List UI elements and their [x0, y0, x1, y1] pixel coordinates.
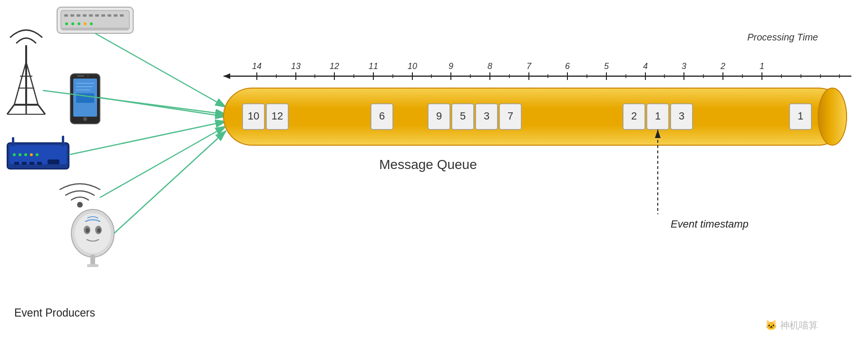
svg-point-54: [84, 226, 90, 234]
timeline-label-2: 2: [720, 61, 725, 71]
svg-rect-38: [10, 145, 67, 164]
msg-5: 5: [460, 110, 466, 122]
svg-rect-58: [90, 255, 95, 265]
svg-rect-35: [77, 75, 84, 77]
svg-rect-2: [64, 14, 68, 17]
svg-rect-37: [7, 143, 69, 169]
svg-rect-103: [243, 104, 264, 129]
svg-point-16: [90, 22, 93, 25]
svg-rect-11: [120, 14, 124, 17]
msg-9: 9: [436, 110, 442, 122]
msg-1a: 1: [655, 110, 661, 122]
wifi-signal-icon: [60, 184, 100, 208]
svg-rect-110: [623, 104, 645, 129]
timeline-label-10: 10: [408, 61, 417, 71]
svg-rect-17: [62, 28, 128, 30]
svg-rect-39: [12, 137, 14, 147]
svg-point-51: [77, 202, 83, 208]
svg-rect-46: [14, 162, 19, 165]
svg-rect-101: [224, 88, 847, 145]
svg-rect-109: [499, 104, 521, 129]
svg-line-61: [43, 90, 226, 114]
timeline-label-9: 9: [449, 61, 453, 71]
svg-rect-6: [89, 14, 93, 17]
svg-rect-3: [70, 14, 74, 17]
svg-point-57: [97, 228, 101, 233]
svg-point-14: [78, 22, 80, 25]
svg-rect-9: [107, 14, 111, 17]
svg-rect-28: [70, 74, 100, 124]
svg-rect-48: [29, 162, 34, 165]
smart-plug-icon: [71, 209, 114, 267]
svg-line-21: [26, 62, 38, 105]
msg-10: 10: [248, 110, 259, 122]
svg-line-20: [14, 62, 26, 105]
wifi-router-icon: [7, 136, 69, 169]
svg-marker-115: [655, 129, 661, 138]
timeline-label-5: 5: [604, 61, 609, 71]
svg-rect-113: [790, 104, 811, 129]
timeline-label-13: 13: [291, 61, 301, 71]
svg-rect-108: [476, 104, 497, 129]
msg-2: 2: [631, 110, 637, 122]
timeline-label-1: 1: [760, 61, 764, 71]
svg-point-44: [30, 153, 33, 156]
svg-line-60: [95, 33, 226, 107]
svg-point-56: [86, 228, 89, 233]
svg-point-13: [71, 22, 74, 25]
svg-line-63: [69, 121, 226, 155]
svg-line-25: [38, 105, 45, 114]
watermark: 🐱 神机喵算: [765, 319, 818, 331]
svg-rect-4: [77, 14, 80, 17]
svg-line-24: [7, 105, 14, 114]
svg-rect-7: [95, 14, 99, 17]
svg-rect-10: [114, 14, 117, 17]
timeline-label-3: 3: [682, 61, 686, 71]
processing-time-label: Processing Time: [747, 32, 818, 42]
svg-rect-8: [101, 14, 105, 17]
svg-line-62: [100, 98, 226, 117]
svg-point-15: [84, 22, 87, 25]
timeline-label-8: 8: [488, 61, 492, 71]
svg-line-65: [114, 131, 226, 233]
svg-point-52: [71, 209, 114, 257]
svg-point-43: [24, 153, 27, 156]
svg-rect-33: [76, 93, 94, 103]
msg-6: 6: [379, 110, 385, 122]
svg-point-34: [83, 117, 87, 121]
svg-rect-1: [61, 10, 129, 30]
svg-point-53: [75, 213, 111, 253]
timeline-label-6: 6: [565, 61, 570, 71]
svg-point-41: [13, 153, 16, 156]
svg-point-45: [36, 153, 39, 156]
message-queue-label: Message Queue: [379, 157, 477, 172]
event-timestamp-label: Event timestamp: [671, 218, 749, 230]
msg-3a: 3: [484, 110, 489, 122]
smartphone-icon: [70, 74, 100, 124]
svg-point-42: [19, 153, 21, 156]
svg-rect-112: [671, 104, 692, 129]
msg-3b: 3: [679, 110, 684, 122]
svg-rect-111: [647, 104, 669, 129]
svg-point-36: [88, 75, 89, 77]
timeline-label-11: 11: [369, 61, 378, 71]
timeline-label-14: 14: [252, 61, 262, 71]
switch-device-icon: [57, 7, 133, 33]
svg-rect-49: [37, 162, 42, 165]
svg-rect-40: [62, 136, 64, 147]
radio-tower-icon: [7, 30, 45, 114]
svg-rect-106: [428, 104, 450, 129]
svg-point-55: [95, 226, 102, 234]
timeline-label-12: 12: [330, 61, 339, 71]
msg-7: 7: [507, 110, 513, 122]
svg-rect-0: [57, 7, 133, 33]
svg-rect-104: [266, 104, 288, 129]
svg-rect-5: [83, 14, 87, 17]
svg-rect-107: [452, 104, 474, 129]
svg-point-12: [65, 22, 68, 25]
svg-rect-50: [48, 159, 59, 164]
svg-line-64: [100, 126, 226, 198]
svg-rect-29: [73, 79, 97, 117]
svg-rect-105: [371, 104, 393, 129]
msg-12: 12: [272, 110, 283, 122]
